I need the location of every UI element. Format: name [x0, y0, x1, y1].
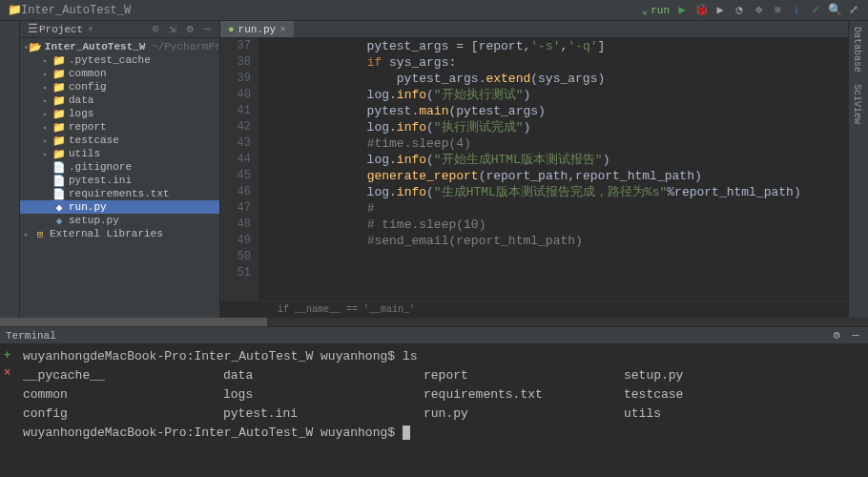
- debug-icon[interactable]: 🐞: [694, 4, 708, 17]
- right-tool-gutter: Database SciView: [848, 21, 868, 318]
- project-tool-window: ☰ Project ▾ ⊙ ⇲ ⚙ — ▾📂Inter_AutoTest_W ~…: [20, 21, 220, 318]
- editor-hscrollbar[interactable]: [0, 318, 868, 326]
- tree-item-utils[interactable]: ▸📁utils: [20, 147, 219, 160]
- project-header: ☰ Project ▾ ⊙ ⇲ ⚙ —: [20, 21, 219, 38]
- editor: ● run.py × 37 38 39 40 41 42 43 44 45 46…: [220, 21, 848, 318]
- terminal-title: Terminal: [6, 330, 56, 342]
- attach-icon[interactable]: ⎆: [752, 4, 765, 17]
- stop-icon[interactable]: ■: [771, 4, 784, 17]
- code-text[interactable]: pytest_args = [report,'-s','-q'] if sys_…: [258, 38, 848, 301]
- vcs-commit-icon[interactable]: ✓: [809, 4, 822, 17]
- gear-icon[interactable]: ⚙: [183, 23, 196, 36]
- terminal-content[interactable]: wuyanhongdeMacBook-Pro:Inter_AutoTest_W …: [23, 347, 864, 474]
- tree-item-common[interactable]: ▸📁common: [20, 67, 219, 80]
- new-session-icon[interactable]: +: [4, 349, 23, 363]
- terminal-header: Terminal ⚙ —: [0, 327, 868, 344]
- breadcrumb: Inter_AutoTest_W: [21, 4, 131, 17]
- left-tool-gutter: [0, 21, 20, 318]
- tree-item-report[interactable]: ▸📁report: [20, 120, 219, 134]
- project-tree[interactable]: ▾📂Inter_AutoTest_W ~/PycharmProjects/Int…: [20, 38, 219, 318]
- vcs-update-icon[interactable]: ↓: [790, 4, 803, 17]
- tab-run-py[interactable]: ● run.py ×: [220, 21, 294, 37]
- titlebar: 📁 Inter_AutoTest_W ⌄ run ▶ 🐞 ▶ ◔ ⎆ ■ ↓ ✓…: [0, 0, 868, 21]
- external-libraries[interactable]: ▸⊞External Libraries: [20, 227, 219, 240]
- tree-item-config[interactable]: ▸📁config: [20, 80, 219, 93]
- tree-item-testcase[interactable]: ▸📁testcase: [20, 134, 219, 147]
- python-file-icon: ●: [228, 24, 235, 35]
- terminal-gutter: + ×: [4, 347, 23, 474]
- tree-item-.pytest_cache[interactable]: ▸📁.pytest_cache: [20, 53, 219, 67]
- close-icon[interactable]: ×: [279, 24, 286, 35]
- profile-icon[interactable]: ◔: [733, 4, 746, 17]
- tree-item-pytest.ini[interactable]: 📄pytest.ini: [20, 174, 219, 187]
- sciview-tab[interactable]: SciView: [849, 78, 865, 130]
- top-toolbar: ⌄ run ▶ 🐞 ▶ ◔ ⎆ ■ ↓ ✓ 🔍 ⤢: [642, 4, 860, 17]
- main-area: ☰ Project ▾ ⊙ ⇲ ⚙ — ▾📂Inter_AutoTest_W ~…: [0, 21, 868, 318]
- tree-item-run.py[interactable]: ◆run.py: [20, 200, 219, 214]
- tree-item-requirements.txt[interactable]: 📄requirements.txt: [20, 187, 219, 200]
- folder-icon: 📁: [8, 4, 21, 17]
- tab-label: run.py: [238, 24, 277, 35]
- coverage-icon[interactable]: ▶: [713, 4, 727, 17]
- terminal-tool-window: Terminal ⚙ — + × wuyanhongdeMacBook-Pro:…: [0, 326, 868, 477]
- search-icon[interactable]: 🔍: [828, 4, 841, 17]
- editor-tabs: ● run.py ×: [220, 21, 848, 38]
- close-session-icon[interactable]: ×: [4, 366, 23, 380]
- collapse-icon[interactable]: ⇲: [166, 23, 179, 36]
- project-title: Project: [39, 24, 83, 35]
- hide-icon[interactable]: —: [200, 23, 214, 36]
- tree-item-setup.py[interactable]: ◆setup.py: [20, 214, 219, 227]
- line-gutter: 37 38 39 40 41 42 43 44 45 46 47 48 49 5…: [220, 38, 258, 301]
- tree-item-logs[interactable]: ▸📁logs: [20, 107, 219, 120]
- database-tab[interactable]: Database: [849, 21, 865, 78]
- terminal-cursor: [403, 425, 410, 440]
- scroll-from-source-icon[interactable]: ⊙: [149, 23, 162, 36]
- run-icon[interactable]: ▶: [675, 4, 689, 17]
- tree-item-.gitignore[interactable]: 📄.gitignore: [20, 160, 219, 174]
- terminal-body[interactable]: + × wuyanhongdeMacBook-Pro:Inter_AutoTes…: [0, 344, 868, 477]
- project-view-icon[interactable]: ☰: [26, 23, 39, 36]
- tree-root[interactable]: ▾📂Inter_AutoTest_W ~/PycharmProjects/Int…: [20, 40, 219, 53]
- hide-icon[interactable]: —: [849, 329, 862, 342]
- tree-item-data[interactable]: ▸📁data: [20, 93, 219, 107]
- code-area[interactable]: 37 38 39 40 41 42 43 44 45 46 47 48 49 5…: [220, 38, 848, 301]
- gear-icon[interactable]: ⚙: [830, 329, 843, 342]
- settings-icon[interactable]: ⤢: [847, 4, 860, 17]
- run-config-selector[interactable]: ⌄ run: [642, 4, 670, 16]
- code-breadcrumb[interactable]: if __name__ == '__main_': [220, 301, 848, 318]
